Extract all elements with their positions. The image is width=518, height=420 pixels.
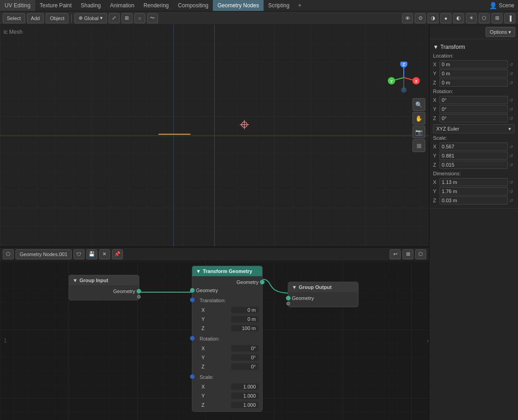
- node-editor-back-btn[interactable]: ↩: [390, 249, 401, 259]
- node-editor-layout-btn[interactable]: ⊞: [402, 249, 413, 259]
- material-shading-button[interactable]: ◐: [453, 13, 464, 23]
- dim-x-input[interactable]: 1.13 m: [439, 178, 508, 186]
- dim-z-row[interactable]: Z 0.03 m ↺: [433, 196, 514, 205]
- location-y-reset[interactable]: ↺: [508, 70, 514, 77]
- options-button[interactable]: Options ▾: [486, 27, 515, 37]
- location-x-row[interactable]: X 0 m ↺: [433, 60, 514, 68]
- scale-x-input[interactable]: 0.567: [439, 142, 508, 151]
- solid-shading-button[interactable]: ●: [440, 13, 451, 23]
- tg-rotation-z-row[interactable]: Z 0°: [192, 362, 262, 371]
- menu-item-texture-paint[interactable]: Texture Paint: [35, 0, 76, 11]
- tg-scale-socket[interactable]: [190, 374, 195, 379]
- global-transform-button[interactable]: ⊕ Global ▾: [74, 13, 107, 23]
- tg-rotation-y-row[interactable]: Y 0°: [192, 353, 262, 362]
- side-tab-view[interactable]: View: [429, 80, 429, 107]
- group-output-geometry-socket[interactable]: [286, 296, 291, 300]
- dim-z-reset[interactable]: ↺: [508, 197, 514, 204]
- select-button[interactable]: Select: [3, 13, 25, 23]
- tg-scale-y-row[interactable]: Y 1.000: [192, 391, 262, 400]
- tg-scale-z-row[interactable]: Z 1.000: [192, 400, 262, 410]
- transform-header[interactable]: ▼ Transform: [433, 42, 514, 52]
- rotation-y-row[interactable]: Y 0° ↺: [433, 105, 514, 113]
- scale-z-row[interactable]: Z 0.015 ↺: [433, 161, 514, 169]
- 3d-viewport[interactable]: ic Mesh Z: [0, 25, 429, 247]
- rendered-button[interactable]: ☀: [466, 13, 477, 23]
- scale-z-input[interactable]: 0.015: [439, 161, 508, 169]
- tg-translation-y-row[interactable]: Y 0 m: [192, 315, 262, 324]
- location-z-reset[interactable]: ↺: [508, 79, 514, 86]
- node-pin-btn[interactable]: 📌: [112, 249, 123, 259]
- object-button[interactable]: Object: [46, 13, 69, 23]
- location-y-input[interactable]: 0 m: [439, 69, 508, 78]
- node-canvas[interactable]: 1 › ▼ Group Input Geometry: [0, 261, 429, 420]
- group-input-node[interactable]: ▼ Group Input Geometry: [69, 275, 139, 300]
- node-editor[interactable]: ⬡ Geometry Nodes.001 🛡 💾 ✕ 📌 ↩ ⊞ ⬡: [0, 247, 429, 420]
- rotation-mode-row[interactable]: XYZ Euler ▾: [433, 124, 514, 133]
- node-tree-shield-btn[interactable]: 🛡: [74, 249, 85, 259]
- group-input-empty-socket[interactable]: [137, 295, 141, 299]
- location-x-input[interactable]: 0 m: [439, 60, 508, 68]
- scale-y-input[interactable]: 0.881: [439, 152, 508, 160]
- rotation-y-input[interactable]: 0°: [439, 105, 508, 113]
- group-input-geometry-socket[interactable]: [137, 289, 141, 294]
- node-tree-close-btn[interactable]: ✕: [99, 249, 110, 259]
- location-x-reset[interactable]: ↺: [508, 61, 514, 68]
- tg-scale-x-row[interactable]: X 1.000: [192, 382, 262, 391]
- tg-rotation-socket[interactable]: [190, 336, 195, 341]
- rotation-x-reset[interactable]: ↺: [508, 97, 514, 103]
- group-output-empty-socket[interactable]: [286, 302, 290, 305]
- side-tab-lidar[interactable]: LIDAR: [429, 107, 429, 135]
- scale-x-row[interactable]: X 0.567 ↺: [433, 142, 514, 151]
- node-editor-type-btn[interactable]: ⬡: [3, 249, 14, 259]
- menu-item-rendering[interactable]: Rendering: [139, 0, 173, 11]
- add-workspace-button[interactable]: +: [294, 0, 306, 11]
- pan-button[interactable]: ✋: [412, 112, 425, 125]
- tg-translation-socket[interactable]: [190, 298, 195, 302]
- menu-item-uv-editing[interactable]: UV Editing: [0, 0, 35, 11]
- menu-item-geometry-nodes[interactable]: Geometry Nodes: [213, 0, 264, 11]
- location-y-row[interactable]: Y 0 m ↺: [433, 69, 514, 78]
- gizmo-toggle-button[interactable]: ⊞: [492, 13, 502, 23]
- side-panel-toggle[interactable]: ▐: [504, 13, 515, 23]
- rotation-z-input[interactable]: 0°: [439, 114, 508, 122]
- group-output-node[interactable]: ▼ Group Output Geometry: [288, 282, 359, 307]
- zoom-in-button[interactable]: 🔍: [412, 98, 425, 111]
- tg-rotation-x-row[interactable]: X 0°: [192, 344, 262, 353]
- rotation-z-reset[interactable]: ↺: [508, 115, 514, 121]
- rotation-x-input[interactable]: 0°: [439, 96, 508, 104]
- dim-z-input[interactable]: 0.03 m: [439, 196, 508, 205]
- dim-x-reset[interactable]: ↺: [508, 179, 514, 185]
- dim-y-row[interactable]: Y 1.76 m ↺: [433, 187, 514, 195]
- proportional-edit-button[interactable]: ○: [134, 13, 145, 23]
- rotation-y-reset[interactable]: ↺: [508, 106, 514, 112]
- side-tab-tool[interactable]: Tool: [429, 52, 429, 80]
- node-editor-overlay-btn[interactable]: ⬡: [415, 249, 426, 259]
- menu-item-scripting[interactable]: Scripting: [264, 0, 294, 11]
- scale-z-reset[interactable]: ↺: [508, 162, 514, 168]
- dim-x-row[interactable]: X 1.13 m ↺: [433, 178, 514, 186]
- geometry-nodes-name[interactable]: Geometry Nodes.001: [16, 249, 72, 259]
- camera-button[interactable]: 📷: [412, 126, 425, 138]
- add-button[interactable]: Add: [27, 13, 44, 23]
- rotation-x-row[interactable]: X 0° ↺: [433, 96, 514, 104]
- viewport-gizmo[interactable]: Z X Y: [388, 62, 420, 94]
- curves-button[interactable]: 〜: [147, 13, 158, 23]
- dim-y-reset[interactable]: ↺: [508, 188, 514, 194]
- scale-y-row[interactable]: Y 0.881 ↺: [433, 152, 514, 160]
- tg-input-geometry-socket[interactable]: [190, 288, 195, 293]
- tg-translation-x-row[interactable]: X 0 m: [192, 305, 262, 315]
- viewport-extra-button[interactable]: ⬡: [479, 13, 490, 23]
- snap-button[interactable]: ⊞: [122, 13, 132, 23]
- tg-translation-z-row[interactable]: Z 100 m: [192, 324, 262, 333]
- rotation-mode-select[interactable]: XYZ Euler ▾: [433, 124, 514, 133]
- menu-item-animation[interactable]: Animation: [106, 0, 139, 11]
- side-tab-item[interactable]: Item: [429, 25, 429, 52]
- location-z-row[interactable]: Z 0 m ↺: [433, 79, 514, 87]
- xray-button[interactable]: ◑: [428, 13, 439, 23]
- menu-item-shading[interactable]: Shading: [76, 0, 106, 11]
- transform-mode-button[interactable]: ⤢: [109, 13, 120, 23]
- menu-item-compositing[interactable]: Compositing: [174, 0, 213, 11]
- viewport-shading-button[interactable]: 👁: [402, 13, 413, 23]
- dim-y-input[interactable]: 1.76 m: [439, 187, 508, 195]
- node-tree-save-btn[interactable]: 💾: [86, 249, 97, 259]
